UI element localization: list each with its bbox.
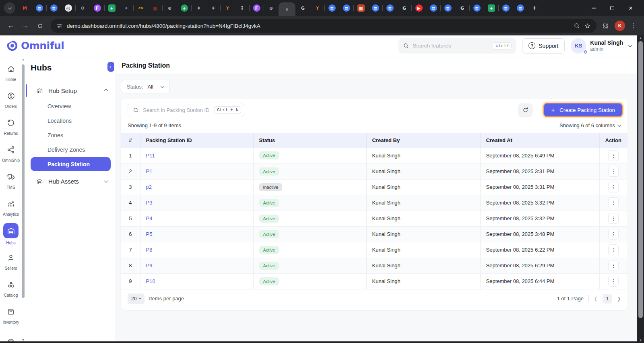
columns-dropdown[interactable]: Showing 6 of 6 columns — [559, 122, 621, 128]
sidebar-item-delivery-zones[interactable]: Delivery Zones — [31, 143, 111, 157]
page-scrollbar[interactable]: ▲ ▼ — [637, 35, 644, 343]
items-per-page-select[interactable]: 20 — [128, 293, 144, 304]
address-bar[interactable]: demo.dashboard.omniful.com/hubs/4800/pac… — [51, 19, 597, 33]
forward-button[interactable]: → — [19, 19, 32, 33]
brand[interactable]: Omniful — [6, 40, 64, 52]
packing-station-link[interactable]: P11 — [146, 153, 155, 159]
rail-item-returns[interactable]: Returns — [0, 113, 22, 140]
pinned-tab-coursera[interactable]: co — [134, 2, 147, 14]
url-text[interactable]: demo.dashboard.omniful.com/hubs/4800/pac… — [67, 23, 570, 29]
extensions-icon[interactable] — [602, 23, 609, 29]
close-tab-icon[interactable]: × — [285, 6, 289, 12]
rail-item-home[interactable]: Home — [0, 59, 22, 86]
pinned-tab-target[interactable]: ◎ — [62, 2, 74, 14]
pinned-tab-google-docs[interactable]: ≡ — [384, 2, 396, 14]
row-actions-button[interactable]: ⋮ — [608, 229, 619, 240]
pinned-tab-google-docs[interactable]: ≡ — [33, 2, 45, 14]
table-search-input[interactable]: Search in Packing Station ID Ctrl + k — [128, 103, 244, 117]
scroll-down-icon[interactable]: ▼ — [21, 339, 25, 341]
row-actions-button[interactable]: ⋮ — [608, 150, 619, 161]
rail-item-analytics[interactable]: Analytics — [0, 194, 22, 221]
pinned-tab-google-docs[interactable]: ≡ — [514, 2, 526, 14]
pinned-tab-google-docs[interactable]: ≡ — [326, 2, 338, 14]
zoom-indicator-icon[interactable] — [574, 23, 580, 29]
pinned-tab-globe[interactable]: ⊕ — [163, 2, 176, 14]
pinned-tab-green-plus[interactable]: + — [178, 2, 190, 14]
close-window-button[interactable]: ✕ — [621, 2, 640, 14]
rail-item-omniship[interactable]: OmniShip — [0, 140, 22, 167]
pinned-tab-figma[interactable]: F — [91, 2, 103, 14]
rail-scrollbar-thumb[interactable] — [22, 64, 25, 298]
pinned-tab-grammarly[interactable]: G — [456, 2, 469, 14]
pinned-tab-google-docs[interactable]: ≡ — [471, 2, 483, 14]
pinned-tab-hubspot[interactable]: ϒ — [221, 2, 234, 14]
pinned-tab-youtube[interactable]: ▶ — [413, 2, 425, 14]
rail-item-orders[interactable]: Orders — [0, 86, 22, 113]
pinned-tab-gemini[interactable]: ✦ — [120, 2, 132, 14]
pinned-tab-google-docs[interactable]: ≡ — [47, 2, 60, 14]
rail-item-tms[interactable]: TMS — [0, 167, 22, 194]
feature-search-input[interactable]: Search features ctrl/ — [398, 38, 516, 54]
tab-search-button[interactable] — [4, 2, 15, 14]
pinned-tab-hubspot[interactable]: ϒ — [311, 2, 324, 14]
scroll-up-icon[interactable]: ▲ — [21, 58, 25, 61]
rail-item-sellers[interactable]: Sellers — [0, 248, 22, 275]
create-packing-station-button[interactable]: + Create Packing Station — [543, 103, 623, 117]
pinned-tab-settings-gear[interactable]: ⚙ — [76, 2, 89, 14]
row-actions-button[interactable]: ⋮ — [608, 276, 619, 287]
pinned-tab-google-docs[interactable]: ≡ — [340, 2, 353, 14]
bookmark-star-icon[interactable] — [584, 23, 591, 29]
pinned-tab-downloads[interactable]: ↧ — [236, 2, 248, 14]
sidebar-item-overview[interactable]: Overview — [31, 99, 111, 113]
page-scrollbar-thumb[interactable] — [638, 41, 643, 318]
packing-station-link[interactable]: p2 — [146, 184, 152, 190]
row-actions-button[interactable]: ⋮ — [608, 182, 619, 192]
row-actions-button[interactable]: ⋮ — [608, 260, 619, 271]
pinned-tab-red-app[interactable]: ▥ — [149, 2, 161, 14]
pinned-tab-red-grid[interactable]: ▦ — [355, 2, 367, 14]
new-tab-button[interactable]: + — [529, 2, 540, 14]
previous-page-button[interactable]: ❮ — [594, 296, 598, 302]
support-button[interactable]: ? Support — [522, 38, 565, 54]
rail-item-catalog[interactable]: Catalog — [0, 275, 22, 302]
active-tab[interactable]: × — [279, 2, 295, 16]
status-filter[interactable]: Status: All — [121, 80, 170, 93]
pinned-tab-grammarly[interactable]: G — [398, 2, 411, 14]
row-actions-button[interactable]: ⋮ — [608, 197, 619, 208]
packing-station-link[interactable]: P3 — [146, 200, 153, 206]
user-menu[interactable]: KS⚙ Kunal Singh admin — [571, 38, 632, 54]
scroll-up-icon[interactable]: ▲ — [637, 36, 644, 40]
sidebar-item-hub-setup[interactable]: Hub Setup — [31, 85, 111, 97]
sidebar-collapse-button[interactable] — [107, 62, 114, 72]
pinned-tab-chatgpt[interactable]: ✳ — [207, 2, 219, 14]
maximize-button[interactable] — [603, 2, 621, 14]
next-page-button[interactable]: ❯ — [617, 296, 621, 302]
packing-station-link[interactable]: P9 — [146, 262, 153, 269]
packing-station-link[interactable]: P5 — [146, 231, 153, 237]
browser-menu-icon[interactable]: ⋮ — [631, 22, 637, 29]
pinned-tab-figma[interactable]: F — [250, 2, 263, 14]
pinned-tab-google-sheets[interactable]: + — [485, 2, 497, 14]
minimize-button[interactable] — [584, 2, 603, 14]
rail-item-partial[interactable] — [0, 329, 22, 343]
pinned-tab-google-docs[interactable]: ≡ — [369, 2, 382, 14]
sidebar-item-locations[interactable]: Locations — [31, 114, 111, 128]
sidebar-item-hub-assets[interactable]: Hub Assets — [31, 175, 111, 187]
reload-button[interactable] — [33, 19, 47, 33]
rail-item-hubs[interactable]: Hubs — [0, 221, 22, 248]
row-actions-button[interactable]: ⋮ — [608, 213, 619, 224]
packing-station-link[interactable]: P1 — [146, 168, 153, 174]
pinned-tab-gmail[interactable]: M — [19, 2, 31, 14]
back-button[interactable]: ← — [4, 19, 18, 33]
sidebar-item-packing-station[interactable]: Packing Station — [31, 157, 111, 171]
pinned-tab-grammarly[interactable]: G — [297, 2, 309, 14]
packing-station-link[interactable]: P8 — [146, 247, 153, 253]
row-actions-button[interactable]: ⋮ — [608, 166, 619, 177]
row-actions-button[interactable]: ⋮ — [608, 244, 619, 255]
rail-scrollbar[interactable]: ▲ ▼ — [21, 58, 25, 341]
pinned-tab-chatgpt[interactable]: ✳ — [192, 2, 205, 14]
rail-item-inventory[interactable]: Inventory — [0, 302, 22, 329]
pinned-tab-google-sheets[interactable]: + — [105, 2, 118, 14]
refresh-button[interactable] — [518, 103, 533, 117]
packing-station-link[interactable]: P4 — [146, 215, 153, 221]
